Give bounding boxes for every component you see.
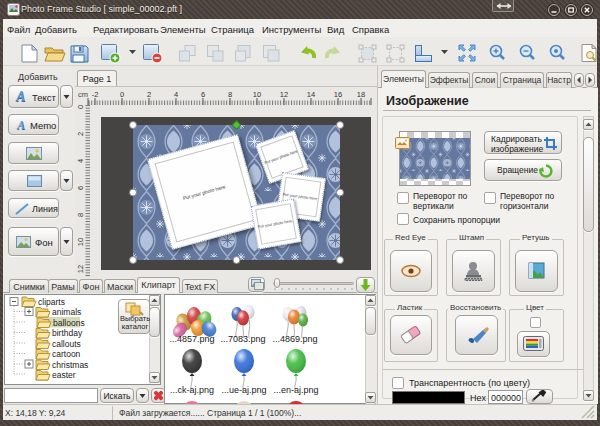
svg-text:...4857.png: ...4857.png: [169, 334, 214, 344]
svg-text:6: 6: [76, 186, 85, 190]
svg-text:...7083.png: ...7083.png: [220, 334, 265, 344]
svg-text:12: 12: [76, 265, 85, 273]
svg-text:4: 4: [174, 90, 178, 99]
svg-text:16: 16: [334, 90, 342, 99]
svg-text:14: 14: [307, 90, 315, 99]
svg-text:8: 8: [228, 90, 232, 99]
svg-text:10: 10: [76, 238, 85, 246]
svg-text:12: 12: [280, 90, 288, 99]
svg-text:0: 0: [76, 105, 85, 109]
svg-text:...en-aj.png: ...en-aj.png: [273, 385, 318, 395]
svg-text:2: 2: [76, 132, 85, 136]
svg-text:0: 0: [120, 90, 124, 99]
svg-text:4: 4: [76, 159, 85, 163]
svg-text:8: 8: [76, 213, 85, 217]
svg-text:...4869.png: ...4869.png: [272, 334, 317, 344]
svg-text:2: 2: [147, 90, 151, 99]
svg-text:18: 18: [357, 90, 365, 99]
svg-text:...ck-aj.png: ...ck-aj.png: [170, 385, 214, 395]
svg-text:6: 6: [201, 90, 205, 99]
svg-text:-2: -2: [92, 90, 99, 99]
svg-text:10: 10: [253, 90, 261, 99]
svg-text:...ue-aj.png: ...ue-aj.png: [221, 385, 266, 395]
